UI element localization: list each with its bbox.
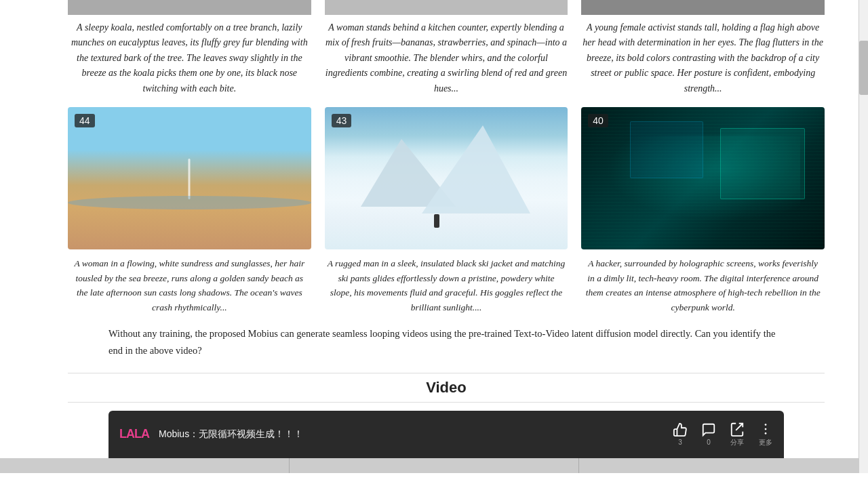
more-icon <box>758 422 773 436</box>
svg-point-1 <box>765 424 767 426</box>
share-label: 分享 <box>730 438 744 447</box>
share-button[interactable]: 分享 <box>730 422 745 447</box>
more-button[interactable]: 更多 <box>758 422 773 447</box>
thumbs-up-icon <box>673 422 688 437</box>
ski-mountain-2 <box>422 125 530 214</box>
share-icon <box>730 422 745 436</box>
svg-point-3 <box>765 432 767 434</box>
hacker-screen-1 <box>720 128 806 199</box>
like-count: 3 <box>678 439 682 446</box>
ski-image <box>325 107 568 249</box>
video-description-hacker: A hacker, surrounded by holographic scre… <box>581 256 825 314</box>
comment-icon <box>701 422 716 437</box>
hacker-screen-2 <box>630 121 703 178</box>
scrollbar[interactable] <box>859 0 868 473</box>
video-badge-44: 44 <box>75 114 95 127</box>
beach-waves <box>68 196 311 209</box>
video-description-beach: A woman in a flowing, white sundress and… <box>68 256 311 314</box>
video-section-title: Video <box>68 373 825 403</box>
mobius-paragraph: Without any training, the proposed Mobiu… <box>108 325 784 359</box>
video-grid: 44 A woman in a flowing, white sundress … <box>68 107 825 314</box>
description-activist: A young female activist stands tall, hol… <box>581 20 825 96</box>
bottom-bar-1 <box>0 458 290 473</box>
bottom-bar-2 <box>290 458 579 473</box>
beach-image <box>68 107 311 249</box>
svg-point-2 <box>765 428 767 430</box>
svg-line-0 <box>736 423 743 430</box>
ski-person <box>434 214 439 228</box>
more-label: 更多 <box>759 438 772 447</box>
comment-button[interactable]: 0 <box>701 422 716 446</box>
top-image-3 <box>581 0 825 15</box>
video-description-ski: A rugged man in a sleek, insulated black… <box>325 256 568 314</box>
video-badge-40: 40 <box>588 114 608 127</box>
video-thumbnail-beach[interactable]: 44 <box>68 107 311 249</box>
video-player-bar[interactable]: LALA Mobius：无限循环视频生成！！！ 3 0 <box>108 411 784 458</box>
top-image-2 <box>325 0 568 15</box>
video-card-ski: 43 A rugged man in a sleek, insulated bl… <box>325 107 568 314</box>
like-button[interactable]: 3 <box>673 422 688 446</box>
main-content: A sleepy koala, nestled comfortably on a… <box>0 0 859 458</box>
page-container: A sleepy koala, nestled comfortably on a… <box>0 0 868 473</box>
comment-count: 0 <box>707 439 711 446</box>
top-image-1 <box>68 0 311 15</box>
video-card-hacker: 40 A hacker, surrounded by holographic s… <box>581 107 825 314</box>
player-controls: 3 0 分享 <box>673 422 773 447</box>
video-thumbnail-hacker[interactable]: 40 <box>581 107 825 249</box>
bottom-bar-3 <box>579 458 868 473</box>
player-logo: LALA <box>119 427 149 441</box>
description-smoothie: A woman stands behind a kitchen counter,… <box>325 20 568 96</box>
bottom-bars <box>0 458 868 473</box>
top-descriptions-row: A sleepy koala, nestled comfortably on a… <box>68 15 825 96</box>
scrollbar-thumb[interactable] <box>859 41 868 95</box>
video-card-beach: 44 A woman in a flowing, white sundress … <box>68 107 311 314</box>
hacker-image <box>581 107 825 249</box>
description-koala: A sleepy koala, nestled comfortably on a… <box>68 20 311 96</box>
top-images-row <box>68 0 825 15</box>
video-badge-43: 43 <box>332 114 352 127</box>
video-thumbnail-ski[interactable]: 43 <box>325 107 568 249</box>
player-title: Mobius：无限循环视频生成！！！ <box>159 428 663 441</box>
